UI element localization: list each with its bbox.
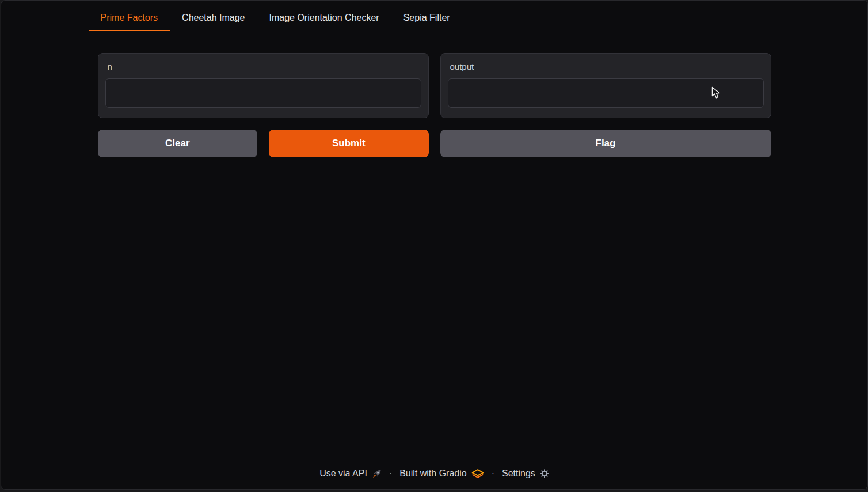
n-label: n (108, 62, 421, 71)
tab-sepia-filter[interactable]: Sepia Filter (391, 6, 462, 31)
use-via-api-label: Use via API (319, 468, 367, 479)
submit-button[interactable]: Submit (269, 130, 429, 157)
flag-button[interactable]: Flag (440, 130, 771, 157)
built-with-gradio-link[interactable]: Built with Gradio (399, 468, 484, 479)
gear-icon (540, 469, 549, 478)
built-with-gradio-label: Built with Gradio (399, 468, 467, 479)
tab-cheetah-image[interactable]: Cheetah Image (170, 6, 257, 31)
footer-separator: · (492, 468, 494, 479)
use-via-api-link[interactable]: Use via API (319, 468, 382, 479)
output-textbox[interactable] (448, 78, 764, 108)
footer: Use via API · Built with Gradio · (1, 468, 867, 479)
gradio-logo-icon (471, 469, 484, 478)
output-label: output (450, 62, 764, 71)
settings-label: Settings (502, 468, 535, 479)
gradio-app: Prime Factors Cheetah Image Image Orient… (1, 0, 868, 490)
tab-image-orientation-checker[interactable]: Image Orientation Checker (257, 6, 391, 31)
settings-link[interactable]: Settings (502, 468, 549, 479)
tab-prime-factors[interactable]: Prime Factors (89, 6, 170, 31)
output-panel: output (440, 53, 771, 118)
clear-button[interactable]: Clear (98, 130, 258, 157)
input-panel: n (98, 53, 429, 118)
footer-separator: · (389, 468, 392, 479)
rocket-icon (372, 469, 382, 479)
tab-bar: Prime Factors Cheetah Image Image Orient… (89, 6, 781, 31)
n-textbox[interactable] (105, 78, 421, 108)
